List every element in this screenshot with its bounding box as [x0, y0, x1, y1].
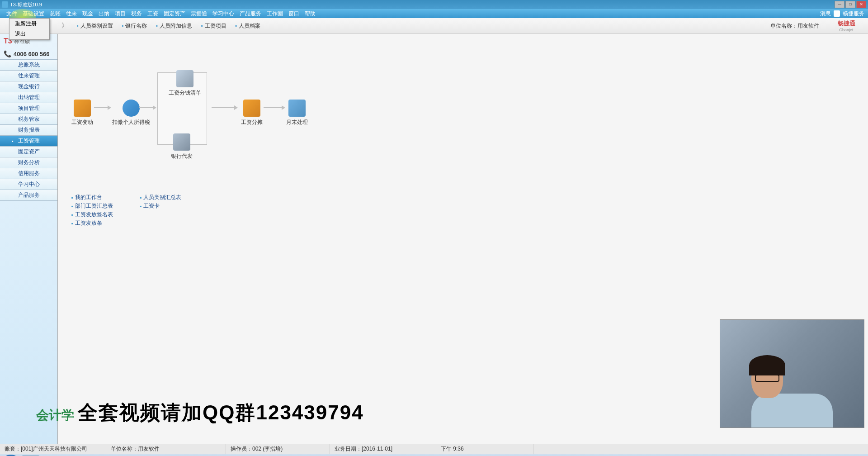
menu-receivables[interactable]: 往来 — [63, 10, 80, 18]
menu-window[interactable]: 窗口 — [286, 10, 302, 18]
nav-fixed-assets[interactable]: 固定资产 — [0, 147, 57, 157]
menu-right: 消息 畅捷服务 — [820, 10, 864, 18]
nav-finance-analysis[interactable]: 财务分析 — [0, 157, 57, 168]
wf-month-end[interactable]: 月末处理 — [286, 100, 308, 126]
calendar-icon — [288, 100, 306, 117]
close-button[interactable]: ✕ — [856, 1, 866, 8]
person-icon — [123, 100, 140, 117]
nav-credit-service[interactable]: 信用服务 — [0, 168, 57, 179]
status-unit: 单位名称：用友软件 — [106, 444, 226, 454]
sec-tabs: 人员类别设置 银行名称 人员附加信息 工资项目 人员档案 — [68, 22, 260, 30]
status-bar: 账套：[001]广州天天科技有限公司 单位名称：用友软件 操作员：002 (李指… — [0, 444, 868, 454]
menu-bill[interactable]: 票据通 — [188, 10, 210, 18]
brand-cn: 畅捷通 — [838, 19, 855, 28]
expand-icon[interactable]: 》 — [61, 22, 68, 30]
nav-receivables[interactable]: 往来管理 — [0, 71, 57, 81]
wf-salary-cash-list[interactable]: 工资分钱清单 — [169, 70, 201, 97]
brand-en: Chanjet — [839, 28, 853, 32]
watermark-logo: 会计学 — [36, 407, 74, 424]
wf-label: 工资变动 — [71, 119, 93, 126]
unit-name-label: 单位名称：用友软件 — [770, 22, 819, 30]
money-icon — [74, 100, 91, 117]
link-category-summary[interactable]: 人员类别汇总表 — [140, 194, 182, 201]
link-my-desk[interactable]: 我的工作台 — [71, 194, 113, 201]
menu-cashier[interactable]: 出纳 — [96, 10, 112, 18]
status-operator: 操作员：002 (李指培) — [226, 444, 330, 454]
menu-learning[interactable]: 学习中心 — [210, 10, 237, 18]
phone-number: 4006 600 566 — [14, 51, 50, 57]
tab-salary-item[interactable]: 工资项目 — [201, 22, 226, 30]
nav-cash-bank[interactable]: 现金银行 — [0, 81, 57, 92]
wf-bank-pay[interactable]: 银行代发 — [171, 133, 193, 160]
menu-help[interactable]: 帮助 — [302, 10, 318, 18]
status-time: 下午 9:36 — [436, 444, 533, 454]
service-icon — [834, 10, 840, 17]
nav-cashier[interactable]: 出纳管理 — [0, 92, 57, 103]
wf-label: 工资分摊 — [241, 119, 263, 126]
wf-salary-allocate[interactable]: 工资分摊 — [241, 100, 263, 126]
watermark-text: 全套视频请加QQ群123439794 — [78, 399, 364, 426]
file-dropdown: 重新注册 退出 — [9, 18, 50, 40]
webcam-person — [751, 357, 833, 428]
taskbar: ⊞ 下午 9:36 2017-07-15 — [0, 454, 868, 456]
status-bizdate: 业务日期：[2016-11-01] — [330, 444, 436, 454]
bottom-links: 我的工作台 部门工资汇总表 工资发放签名表 工资发放条 人员类别汇总表 工资卡 — [58, 188, 868, 233]
brand-logo: 畅捷通 Chanjet — [828, 19, 864, 33]
workflow-diagram: 工资变动 扣缴个人所得税 工资分钱清单 银行代发 — [58, 34, 868, 188]
bank-icon — [173, 133, 190, 151]
menu-tax[interactable]: 税务 — [128, 10, 145, 18]
nav-product-service[interactable]: 产品服务 — [0, 190, 57, 201]
nav-tax[interactable]: 税务管家 — [0, 114, 57, 125]
menu-messages[interactable]: 消息 — [820, 10, 831, 18]
menu-project[interactable]: 项目 — [112, 10, 128, 18]
sidebar: T3 标准版 📞 4006 600 566 总账系统 往来管理 现金银行 出纳管… — [0, 34, 58, 444]
watermark: 会计学 全套视频请加QQ群123439794 — [36, 399, 364, 426]
window-title: T3-标准版10.9 — [10, 1, 835, 8]
wf-salary-change[interactable]: 工资变动 — [71, 100, 93, 126]
tab-person-extra[interactable]: 人员附加信息 — [156, 22, 192, 30]
window-controls: — □ ✕ — [835, 1, 866, 8]
nav-general-ledger[interactable]: 总账系统 — [0, 60, 57, 71]
arrow-icon — [139, 107, 153, 108]
dropdown-reregister[interactable]: 重新注册 — [9, 19, 49, 29]
link-salary-card[interactable]: 工资卡 — [140, 202, 182, 210]
menu-file[interactable]: 文件 — [4, 10, 20, 18]
menu-changjet-service[interactable]: 畅捷服务 — [843, 10, 864, 18]
menu-basic-settings[interactable]: 基础设置 — [20, 10, 47, 18]
nav-project[interactable]: 项目管理 — [0, 103, 57, 114]
menu-general-ledger[interactable]: 总账 — [47, 10, 63, 18]
link-dept-salary[interactable]: 部门工资汇总表 — [71, 202, 113, 210]
link-column-1: 我的工作台 部门工资汇总表 工资发放签名表 工资发放条 — [71, 194, 113, 227]
arrow-icon — [212, 107, 234, 108]
nav-finance-report[interactable]: 财务报表 — [0, 125, 57, 136]
status-account: 账套：[001]广州天天科技有限公司 — [0, 444, 106, 454]
link-column-2: 人员类别汇总表 工资卡 — [140, 194, 182, 227]
tab-bank-name[interactable]: 银行名称 — [122, 22, 147, 30]
menu-fixed-assets[interactable]: 固定资产 — [161, 10, 188, 18]
arrow-icon — [94, 107, 108, 108]
menu-salary[interactable]: 工资 — [145, 10, 161, 18]
money-icon — [243, 100, 260, 117]
sec-right: 单位名称：用友软件 畅捷通 Chanjet — [770, 19, 864, 33]
menu-cash[interactable]: 现金 — [80, 10, 96, 18]
arrow-icon — [264, 107, 282, 108]
phone-row: 📞 4006 600 566 — [0, 48, 57, 59]
nav-learning[interactable]: 学习中心 — [0, 179, 57, 190]
minimize-button[interactable]: — — [835, 1, 844, 8]
nav-salary[interactable]: 工资管理 — [0, 136, 57, 147]
menu-workgroup[interactable]: 工作圈 — [264, 10, 286, 18]
link-salary-slip[interactable]: 工资发放条 — [71, 219, 113, 227]
tab-person-file[interactable]: 人员档案 — [236, 22, 261, 30]
maximize-button[interactable]: □ — [845, 1, 855, 8]
wf-label: 月末处理 — [286, 119, 308, 126]
dropdown-exit[interactable]: 退出 — [9, 29, 49, 39]
link-salary-sign[interactable]: 工资发放签名表 — [71, 211, 113, 218]
wf-tax-deduct[interactable]: 扣缴个人所得税 — [112, 100, 150, 126]
menu-product-service[interactable]: 产品服务 — [237, 10, 264, 18]
tab-person-category[interactable]: 人员类别设置 — [77, 22, 113, 30]
wf-label: 工资分钱清单 — [169, 89, 201, 97]
wf-label: 银行代发 — [171, 152, 193, 160]
document-icon — [176, 70, 193, 87]
phone-icon: 📞 — [4, 50, 11, 57]
menu-bar: 文件 基础设置 总账 往来 现金 出纳 项目 税务 工资 固定资产 票据通 学习… — [0, 9, 868, 18]
